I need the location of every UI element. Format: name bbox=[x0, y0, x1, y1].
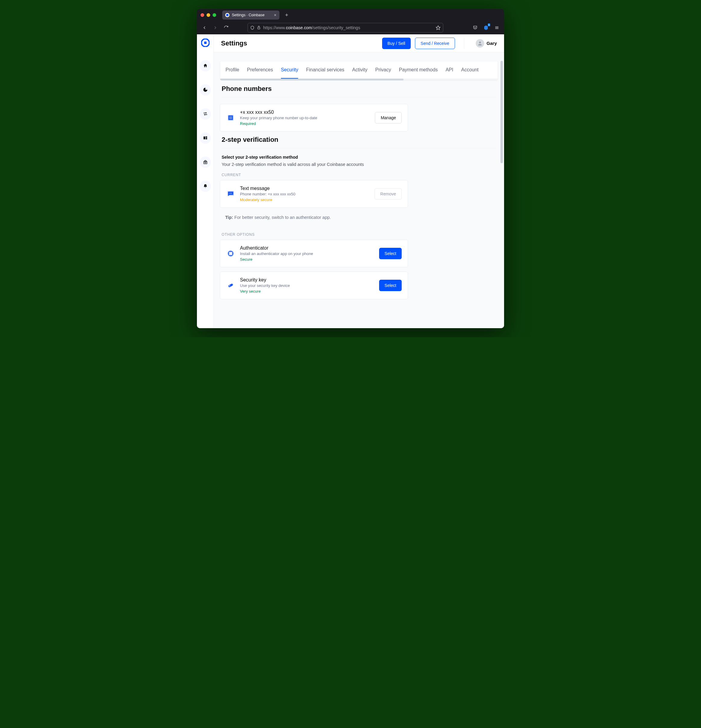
option-card-authenticator: AuthenticatorInstall an authenticator ap… bbox=[220, 240, 408, 267]
svg-point-25 bbox=[230, 193, 231, 194]
window-zoom-button[interactable] bbox=[212, 13, 216, 17]
toolbar-right: 1 bbox=[471, 23, 501, 32]
page: Settings Buy / Sell Send / Receive Gary … bbox=[197, 34, 504, 328]
tab-privacy[interactable]: Privacy bbox=[375, 67, 391, 79]
horizontal-scroll-track[interactable] bbox=[220, 79, 498, 80]
horizontal-scroll-thumb[interactable] bbox=[220, 79, 403, 80]
svg-point-35 bbox=[229, 285, 230, 286]
send-receive-button[interactable]: Send / Receive bbox=[415, 38, 455, 49]
svg-point-26 bbox=[231, 193, 232, 194]
forward-button[interactable] bbox=[211, 23, 220, 32]
remove-method-button[interactable]: Remove bbox=[374, 188, 402, 199]
current-label: CURRENT bbox=[222, 173, 406, 177]
option-title: Authenticator bbox=[240, 246, 374, 251]
option-title: Security key bbox=[240, 277, 374, 283]
option-sub: Use your security key device bbox=[240, 283, 374, 288]
secure-badge: Very secure bbox=[240, 289, 374, 293]
content-scroll[interactable]: ProfilePreferencesSecurityFinancial serv… bbox=[214, 52, 504, 328]
svg-point-22 bbox=[231, 118, 232, 119]
svg-point-11 bbox=[479, 42, 481, 43]
favicon-icon bbox=[225, 13, 230, 17]
tab-security[interactable]: Security bbox=[281, 67, 298, 79]
authenticator-icon bbox=[226, 250, 235, 257]
svg-point-16 bbox=[231, 117, 232, 117]
buy-sell-button[interactable]: Buy / Sell bbox=[382, 38, 411, 49]
settings-tabs-card: ProfilePreferencesSecurityFinancial serv… bbox=[220, 61, 498, 81]
new-tab-button[interactable]: + bbox=[282, 11, 291, 19]
page-title: Settings bbox=[221, 39, 378, 47]
svg-point-14 bbox=[230, 117, 230, 117]
tab-profile[interactable]: Profile bbox=[225, 67, 239, 79]
method-title: Text message bbox=[240, 186, 370, 191]
moderately-secure-badge: Moderately secure bbox=[240, 198, 370, 202]
phone-number-sub: Keep your primary phone number up-to-dat… bbox=[240, 116, 370, 120]
select-security-key-button[interactable]: Select bbox=[379, 280, 402, 291]
svg-rect-6 bbox=[204, 42, 207, 44]
tab-account[interactable]: Account bbox=[461, 67, 478, 79]
rail-rewards-button[interactable] bbox=[200, 157, 211, 168]
tip-row: Tip: For better security, switch to an a… bbox=[220, 208, 408, 227]
tab-activity[interactable]: Activity bbox=[352, 67, 368, 79]
other-options-label: OTHER OPTIONS bbox=[222, 233, 406, 237]
svg-point-21 bbox=[230, 118, 231, 119]
browser-window: Settings · Coinbase × + https://www.coin… bbox=[197, 9, 504, 328]
phone-number-value: +x xxx xxx xx50 bbox=[240, 110, 370, 115]
security-key-icon bbox=[226, 282, 235, 289]
current-method-card: Text message Phone number: +x xxx xxx xx… bbox=[220, 180, 408, 208]
tab-title: Settings · Coinbase bbox=[232, 13, 265, 17]
lock-icon bbox=[257, 26, 261, 29]
header-divider bbox=[464, 38, 464, 49]
user-menu[interactable]: Gary bbox=[476, 39, 497, 48]
manage-phone-button[interactable]: Manage bbox=[375, 112, 402, 123]
main: Settings Buy / Sell Send / Receive Gary … bbox=[214, 34, 504, 328]
svg-point-19 bbox=[231, 117, 232, 118]
window-minimize-button[interactable] bbox=[207, 13, 210, 17]
tip-text: For better security, switch to an authen… bbox=[234, 215, 331, 220]
left-rail bbox=[197, 34, 214, 328]
browser-tab[interactable]: Settings · Coinbase × bbox=[222, 10, 279, 20]
rail-assets-button[interactable] bbox=[200, 133, 211, 143]
tab-financial-services[interactable]: Financial services bbox=[306, 67, 344, 79]
svg-marker-1 bbox=[436, 26, 440, 29]
page-header: Settings Buy / Sell Send / Receive Gary bbox=[214, 34, 504, 52]
svg-point-18 bbox=[230, 117, 231, 118]
scrollbar-thumb[interactable] bbox=[500, 61, 503, 163]
phone-keypad-icon bbox=[226, 114, 235, 121]
close-tab-button[interactable]: × bbox=[274, 13, 276, 17]
rail-home-button[interactable] bbox=[200, 60, 211, 71]
pocket-icon[interactable] bbox=[471, 23, 479, 32]
avatar-icon bbox=[476, 39, 484, 48]
username: Gary bbox=[487, 40, 497, 46]
window-close-button[interactable] bbox=[201, 13, 204, 17]
titlebar: Settings · Coinbase × + bbox=[197, 9, 504, 21]
shield-icon bbox=[250, 26, 254, 30]
extension-badge: 1 bbox=[488, 23, 490, 26]
svg-point-15 bbox=[230, 117, 231, 117]
back-button[interactable] bbox=[200, 23, 209, 32]
coinbase-logo-icon[interactable] bbox=[201, 39, 210, 47]
menu-icon[interactable] bbox=[493, 23, 501, 32]
rail-trade-button[interactable] bbox=[200, 108, 211, 119]
tab-api[interactable]: API bbox=[446, 67, 454, 79]
rail-portfolio-button[interactable] bbox=[200, 84, 211, 95]
tip-label: Tip: bbox=[225, 215, 233, 220]
svg-rect-8 bbox=[205, 136, 207, 137]
section-heading: Phone numbers bbox=[222, 85, 496, 93]
reload-button[interactable] bbox=[222, 23, 231, 32]
svg-point-24 bbox=[230, 193, 230, 194]
phone-number-card: +x xxx xxx xx50 Keep your primary phone … bbox=[220, 104, 408, 131]
extension-icon[interactable]: 1 bbox=[482, 23, 490, 32]
url-bar[interactable]: https://www.coinbase.com/settings/securi… bbox=[247, 23, 443, 33]
bookmark-star-icon[interactable] bbox=[436, 25, 441, 30]
sms-icon bbox=[226, 190, 235, 198]
tab-preferences[interactable]: Preferences bbox=[247, 67, 273, 79]
required-badge: Required bbox=[240, 121, 370, 126]
rail-notifications-button[interactable] bbox=[200, 181, 211, 192]
svg-point-20 bbox=[230, 118, 230, 119]
section-heading: 2-step verification bbox=[222, 136, 496, 144]
two-step-section: 2-step verification Select your 2-step v… bbox=[220, 136, 498, 299]
svg-rect-7 bbox=[204, 136, 205, 139]
select-authenticator-button[interactable]: Select bbox=[379, 248, 402, 259]
settings-tabs: ProfilePreferencesSecurityFinancial serv… bbox=[220, 61, 498, 79]
tab-payment-methods[interactable]: Payment methods bbox=[399, 67, 438, 79]
